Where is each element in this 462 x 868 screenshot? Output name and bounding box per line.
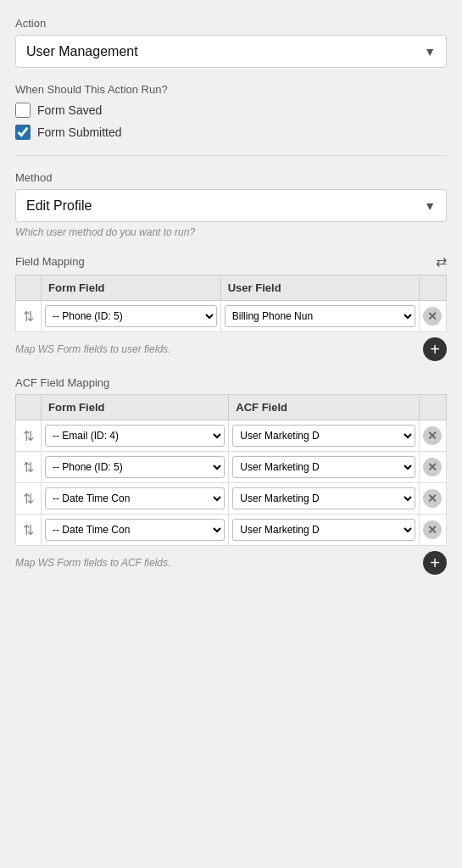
acf-field-cell: User Marketing D (229, 452, 420, 483)
form-saved-row: Form Saved (15, 103, 447, 118)
method-label: Method (15, 171, 447, 184)
acf-field-select-1[interactable]: User Marketing D (232, 456, 415, 478)
action-select-wrapper: User Management ▼ (15, 35, 447, 68)
acf-remove-cell: ✕ (420, 515, 447, 546)
acf-form-field-cell: -- Email (ID: 4) (42, 420, 229, 452)
acf-form-field-select-1[interactable]: -- Phone (ID: 5) (45, 456, 225, 478)
drag-handle-icon[interactable]: ⇅ (16, 301, 42, 332)
acf-remove-icon: ✕ (427, 430, 437, 442)
action-select[interactable]: User Management (16, 36, 446, 67)
acf-remove-row-button[interactable]: ✕ (423, 426, 442, 445)
acf-field-col: ACF Field (229, 395, 420, 420)
acf-field-select-2[interactable]: User Marketing D (232, 487, 415, 509)
acf-mapping-row: ⇅ -- Date Time Con User Marketing D ✕ (16, 483, 447, 515)
acf-remove-icon: ✕ (427, 524, 437, 536)
acf-mapping-add-button[interactable]: + (423, 551, 447, 575)
acf-form-field-cell: -- Date Time Con (42, 515, 229, 546)
method-select[interactable]: Edit Profile (16, 190, 446, 221)
acf-field-cell: User Marketing D (229, 515, 420, 546)
acf-remove-row-button[interactable]: ✕ (423, 520, 442, 539)
acf-form-field-col: Form Field (42, 395, 229, 420)
acf-remove-cell: ✕ (420, 483, 447, 515)
acf-drag-col (16, 395, 42, 420)
user-field-cell: Billing Phone Nun (220, 301, 419, 332)
remove-icon: ✕ (427, 310, 437, 322)
acf-form-field-select-2[interactable]: -- Date Time Con (45, 487, 225, 509)
field-mapping-row: ⇅ -- Phone (ID: 5) Billing Phone Nun ✕ (16, 301, 447, 332)
method-section: Method Edit Profile ▼ Which user method … (15, 171, 447, 238)
section-divider (15, 155, 447, 156)
acf-form-field-cell: -- Date Time Con (42, 483, 229, 515)
form-submitted-label: Form Submitted (37, 125, 122, 139)
remove-row-button[interactable]: ✕ (423, 307, 442, 326)
user-field-select-0[interactable]: Billing Phone Nun (225, 305, 415, 327)
acf-drag-handle-icon[interactable]: ⇅ (16, 452, 42, 483)
acf-remove-icon: ✕ (427, 492, 437, 504)
form-field-cell: -- Phone (ID: 5) (42, 301, 221, 332)
acf-form-field-cell: -- Phone (ID: 5) (42, 452, 229, 483)
field-mapping-add-button[interactable]: + (423, 337, 447, 361)
acf-field-mapping-header: ACF Field Mapping (15, 376, 447, 389)
method-select-wrapper: Edit Profile ▼ (15, 189, 447, 222)
acf-remove-icon: ✕ (427, 461, 437, 473)
acf-field-cell: User Marketing D (229, 483, 420, 515)
form-field-select-0[interactable]: -- Phone (ID: 5) (45, 305, 217, 327)
when-section: When Should This Action Run? Form Saved … (15, 83, 447, 140)
field-mapping-header-row: Form Field User Field (16, 275, 447, 301)
acf-mapping-hint: Map WS Form fields to ACF fields. (15, 557, 170, 569)
field-mapping-drag-col (16, 275, 42, 301)
swap-icon: ⇄ (436, 253, 447, 270)
acf-field-mapping-title: ACF Field Mapping (15, 376, 109, 389)
field-mapping-title: Field Mapping (15, 255, 85, 268)
acf-field-cell: User Marketing D (229, 420, 420, 452)
action-section: Action User Management ▼ (15, 17, 447, 68)
field-mapping-table: Form Field User Field ⇅ -- Phone (ID: 5)… (15, 275, 447, 332)
field-mapping-remove-col (420, 275, 447, 301)
acf-remove-cell: ✕ (420, 452, 447, 483)
acf-mapping-hint-row: Map WS Form fields to ACF fields. + (15, 551, 447, 575)
method-hint: Which user method do you want to run? (15, 226, 447, 238)
acf-remove-row-button[interactable]: ✕ (423, 489, 442, 508)
acf-drag-handle-icon[interactable]: ⇅ (16, 483, 42, 515)
acf-field-mapping-table: Form Field ACF Field ⇅ -- Email (ID: 4) … (15, 394, 447, 546)
form-submitted-row: Form Submitted (15, 125, 447, 140)
field-mapping-section: Field Mapping ⇄ Form Field User Field ⇅ … (15, 253, 447, 361)
acf-remove-cell: ✕ (420, 420, 447, 452)
field-mapping-hint: Map WS Form fields to user fields. (15, 343, 170, 355)
acf-field-mapping-section: ACF Field Mapping Form Field ACF Field ⇅… (15, 376, 447, 575)
field-mapping-user-field-col: User Field (220, 275, 419, 301)
acf-remove-col (420, 395, 447, 420)
checkbox-group: Form Saved Form Submitted (15, 103, 447, 140)
acf-add-icon: + (430, 554, 440, 571)
acf-mapping-row: ⇅ -- Email (ID: 4) User Marketing D ✕ (16, 420, 447, 452)
acf-mapping-row: ⇅ -- Phone (ID: 5) User Marketing D ✕ (16, 452, 447, 483)
field-mapping-header: Field Mapping ⇄ (15, 253, 447, 270)
when-label: When Should This Action Run? (15, 83, 447, 96)
action-label: Action (15, 17, 447, 30)
form-saved-label: Form Saved (37, 103, 102, 117)
acf-form-field-select-0[interactable]: -- Email (ID: 4) (45, 425, 225, 447)
acf-mapping-header-row: Form Field ACF Field (16, 395, 447, 420)
acf-drag-handle-icon[interactable]: ⇅ (16, 515, 42, 546)
form-saved-checkbox[interactable] (15, 103, 31, 118)
field-mapping-form-field-col: Form Field (42, 275, 221, 301)
acf-field-select-0[interactable]: User Marketing D (232, 425, 415, 447)
acf-mapping-row: ⇅ -- Date Time Con User Marketing D ✕ (16, 515, 447, 546)
form-submitted-checkbox[interactable] (15, 125, 31, 140)
acf-remove-row-button[interactable]: ✕ (423, 458, 442, 476)
acf-field-select-3[interactable]: User Marketing D (232, 519, 415, 541)
remove-cell: ✕ (420, 301, 447, 332)
acf-form-field-select-3[interactable]: -- Date Time Con (45, 519, 225, 541)
field-mapping-hint-row: Map WS Form fields to user fields. + (15, 337, 447, 361)
acf-drag-handle-icon[interactable]: ⇅ (16, 420, 42, 452)
add-icon: + (430, 341, 440, 358)
